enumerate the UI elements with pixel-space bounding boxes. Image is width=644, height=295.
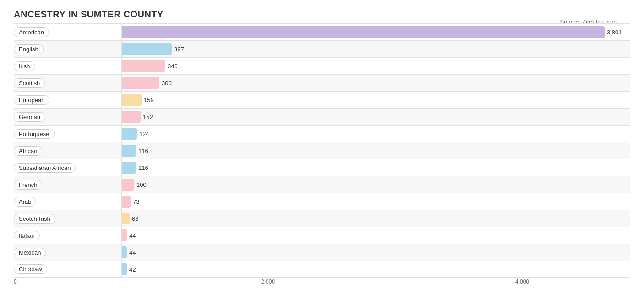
bar-row: Mexican44 — [14, 244, 630, 261]
chart-title: ANCESTRY IN SUMTER COUNTY — [14, 9, 630, 20]
bar-row: Irish346 — [14, 57, 630, 74]
bar-container: 44 — [121, 244, 630, 261]
bar-value: 42 — [129, 266, 136, 273]
grid-line — [121, 176, 122, 193]
bar-row: Scottish300 — [14, 74, 630, 91]
bars-container: American3,801English397Irish346Scottish3… — [14, 23, 630, 278]
bar — [121, 111, 141, 123]
grid-line — [376, 261, 376, 277]
grid-line — [376, 24, 376, 40]
x-axis-label: 0 — [14, 279, 17, 285]
x-axis: 02,0004,000 — [14, 279, 630, 290]
bar-value: 73 — [133, 198, 139, 205]
grid-line — [121, 261, 122, 277]
bar-value: 116 — [138, 164, 148, 171]
grid-line — [630, 75, 630, 91]
bar-row: European159 — [14, 91, 630, 108]
grid-line — [630, 210, 630, 227]
bar-value: 44 — [129, 249, 136, 256]
grid-line — [630, 126, 630, 142]
bar-container: 42 — [121, 261, 630, 277]
chart-area: American3,801English397Irish346Scottish3… — [14, 23, 630, 290]
grid-line — [630, 41, 630, 57]
grid-line — [630, 176, 630, 193]
grid-line — [630, 92, 630, 108]
grid-line — [121, 41, 122, 57]
grid-line — [121, 142, 122, 159]
bar-container: 73 — [121, 193, 630, 210]
grid-line — [376, 109, 376, 125]
grid-line — [376, 244, 376, 261]
bar-container: 152 — [121, 109, 630, 125]
bar — [121, 145, 136, 157]
bar-container: 116 — [121, 159, 630, 176]
bar-row: Subsaharan African116 — [14, 159, 630, 176]
grid-line — [121, 75, 122, 91]
bar-row: African116 — [14, 142, 630, 159]
bar — [121, 128, 137, 140]
bar-row: English397 — [14, 40, 630, 57]
bar-container: 397 — [121, 41, 630, 57]
grid-line — [121, 24, 122, 40]
bar-row: French100 — [14, 176, 630, 193]
grid-line — [376, 227, 376, 244]
bar — [121, 263, 127, 275]
bar-row: Italian44 — [14, 227, 630, 244]
bar-value: 159 — [144, 97, 154, 104]
bar-container: 346 — [121, 58, 630, 74]
bar-label: African — [14, 146, 42, 156]
bar-row: Choctaw42 — [14, 261, 630, 278]
grid-line — [376, 41, 376, 57]
bar-row: Portuguese124 — [14, 125, 630, 142]
grid-line — [121, 109, 122, 125]
bar-value: 346 — [168, 63, 178, 70]
bar-container: 159 — [121, 92, 630, 108]
grid-line — [630, 193, 630, 210]
bar-label: European — [14, 95, 49, 105]
bar-container: 44 — [121, 227, 630, 244]
bar — [121, 94, 142, 106]
grid-line — [376, 193, 376, 210]
bar-row: Scotch-Irish66 — [14, 210, 630, 227]
bar-label: Scottish — [14, 78, 45, 88]
bar-container: 100 — [121, 176, 630, 193]
grid-line — [121, 126, 122, 142]
bar-label: Choctaw — [14, 264, 47, 274]
bar-value: 116 — [138, 148, 148, 154]
bar — [121, 246, 127, 258]
grid-line — [376, 75, 376, 91]
bar — [121, 43, 172, 55]
grid-line — [630, 244, 630, 261]
bar-label: Mexican — [14, 248, 46, 257]
grid-line — [630, 142, 630, 159]
grid-line — [630, 159, 630, 176]
grid-line — [376, 142, 376, 159]
x-axis-label: 2,000 — [261, 279, 275, 285]
grid-line — [121, 92, 122, 108]
grid-line — [121, 193, 122, 210]
grid-line — [630, 24, 630, 40]
bar-value: 3,801 — [607, 29, 622, 36]
grid-line — [630, 227, 630, 244]
bar — [121, 229, 127, 241]
bar — [121, 213, 130, 224]
bar-label: American — [14, 27, 49, 37]
grid-line — [630, 58, 630, 74]
bar — [121, 162, 136, 174]
grid-line — [630, 109, 630, 125]
bar-label: Italian — [14, 231, 40, 240]
bar-container: 124 — [121, 126, 630, 142]
grid-line — [121, 210, 122, 227]
grid-line — [121, 227, 122, 244]
grid-line — [376, 210, 376, 227]
bar-container: 3,801 — [121, 24, 630, 40]
grid-line — [376, 126, 376, 142]
grid-line — [630, 261, 630, 277]
bar-label: German — [14, 112, 45, 122]
bar — [121, 60, 165, 72]
bar-value: 66 — [132, 215, 138, 222]
bar-row: German152 — [14, 108, 630, 125]
bar-value: 44 — [129, 232, 136, 239]
bar-value: 100 — [136, 181, 147, 188]
bar-container: 300 — [121, 75, 630, 91]
